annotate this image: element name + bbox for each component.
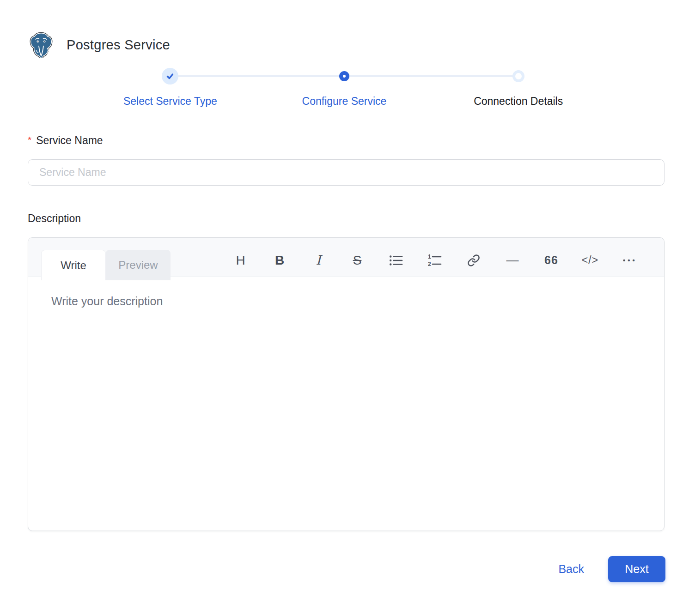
- step-upcoming-circle: [512, 70, 524, 82]
- quote-icon[interactable]: 66: [541, 250, 561, 271]
- more-options-icon[interactable]: •••: [619, 250, 639, 271]
- description-label: Description: [28, 212, 667, 225]
- horizontal-rule-icon[interactable]: —: [502, 250, 523, 271]
- service-name-label-text: Service Name: [36, 134, 103, 146]
- tab-preview[interactable]: Preview: [106, 250, 171, 280]
- bold-icon[interactable]: B: [269, 250, 290, 271]
- next-button[interactable]: Next: [608, 556, 665, 582]
- svg-text:1: 1: [428, 254, 431, 260]
- description-textarea[interactable]: [28, 277, 664, 531]
- description-label-text: Description: [28, 212, 81, 224]
- service-name-label: *Service Name: [28, 134, 667, 147]
- step-completed-circle: [162, 68, 178, 85]
- step-circle-wrap: [162, 67, 178, 85]
- tab-write[interactable]: Write: [41, 250, 106, 280]
- step-active-circle: [339, 71, 349, 81]
- editor-tabs: Write Preview: [41, 250, 171, 280]
- italic-icon[interactable]: I: [308, 250, 329, 271]
- page-header: Postgres Service: [0, 0, 695, 58]
- stepper: Select Service Type Configure Service Co…: [83, 67, 605, 108]
- link-icon[interactable]: [463, 250, 484, 271]
- step-select-service-type[interactable]: Select Service Type: [83, 67, 257, 108]
- unordered-list-icon[interactable]: [386, 250, 406, 271]
- check-icon: [166, 72, 174, 80]
- step-connection-details[interactable]: Connection Details: [431, 67, 605, 108]
- ordered-list-icon[interactable]: 1 2: [425, 250, 445, 271]
- step-label: Connection Details: [474, 95, 563, 108]
- editor-toolbar: Write Preview H B I S 1 2: [28, 238, 664, 277]
- step-circle-wrap: [339, 67, 349, 85]
- page-title: Postgres Service: [67, 37, 170, 53]
- service-name-input[interactable]: [28, 159, 665, 186]
- code-icon[interactable]: </>: [580, 250, 600, 271]
- footer-actions: Back Next: [0, 556, 665, 582]
- postgresql-elephant-icon: [28, 31, 55, 58]
- description-editor: Write Preview H B I S 1 2: [28, 237, 665, 531]
- step-label: Configure Service: [302, 95, 387, 108]
- heading-icon[interactable]: H: [231, 250, 251, 271]
- editor-toolbar-icons: H B I S 1 2: [231, 238, 639, 277]
- step-label: Select Service Type: [123, 95, 217, 108]
- step-circle-wrap: [512, 67, 524, 85]
- svg-text:2: 2: [428, 261, 431, 267]
- step-configure-service[interactable]: Configure Service: [257, 67, 432, 108]
- required-asterisk: *: [28, 134, 31, 145]
- strikethrough-icon[interactable]: S: [347, 250, 367, 271]
- back-button[interactable]: Back: [558, 562, 584, 576]
